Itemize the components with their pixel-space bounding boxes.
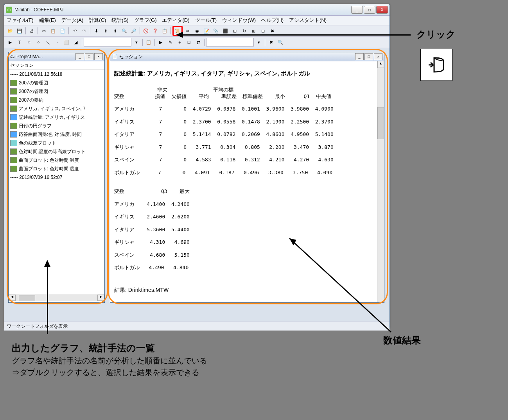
sort-icon[interactable]: ⬆ <box>111 27 119 35</box>
circle-icon[interactable]: ○ <box>25 38 33 46</box>
point-icon[interactable]: · <box>53 38 61 46</box>
select-icon[interactable]: ▶ <box>156 38 165 46</box>
pm-item[interactable]: 2007の要約 <box>9 96 104 104</box>
session-vscrollbar[interactable]: ▲ <box>377 61 384 302</box>
cut-icon[interactable]: ✂ <box>39 27 48 35</box>
pm-item[interactable]: アメリカ, イギリス, スペイン, 7 <box>9 104 104 113</box>
print-icon[interactable]: 🖨 <box>27 27 36 35</box>
chart-icon <box>10 166 17 172</box>
toolbar-icon[interactable]: ⊞ <box>249 27 258 35</box>
session-close-button[interactable]: × <box>374 53 382 60</box>
menu-graph[interactable]: グラフ(G) <box>134 17 157 24</box>
pm-item-label: 色対時間,温度の等高線プロット <box>19 148 86 155</box>
region-icon[interactable]: □ <box>185 38 193 46</box>
menu-window[interactable]: ウィンドウ(W) <box>222 17 256 24</box>
line-icon[interactable]: ＼ <box>43 38 52 46</box>
scroll-thumb[interactable] <box>19 295 35 300</box>
pm-item[interactable]: 色対時間,温度の等高線プロット <box>9 147 104 156</box>
dropdown-icon[interactable]: ▾ <box>255 38 263 46</box>
combo-box-2[interactable] <box>206 38 254 46</box>
zoom-icon[interactable]: 🔍 <box>276 38 285 46</box>
find-icon[interactable]: 🔍 <box>120 27 129 35</box>
toolbar-icon[interactable]: ◉ <box>193 27 201 35</box>
toolbar-icon[interactable]: ⊞ <box>258 27 267 35</box>
menu-file[interactable]: ファイル(F) <box>7 17 34 24</box>
down-icon[interactable]: ⬇ <box>92 27 101 35</box>
combo-box-1[interactable] <box>84 38 131 46</box>
pm-item[interactable]: 記述統計量: アメリカ, イギリス <box>9 113 104 122</box>
tool-icon[interactable]: 📋 <box>144 38 153 46</box>
close-button[interactable]: X <box>376 6 388 14</box>
stat-icon <box>10 114 17 120</box>
minimize-button[interactable]: _ <box>351 6 363 14</box>
toolbar-icon[interactable]: 📝 <box>202 27 211 35</box>
pm-maximize-button[interactable]: □ <box>85 53 93 60</box>
menu-editor[interactable]: エディタ(D) <box>162 17 189 24</box>
toolbar-icon[interactable]: ⊞ <box>230 27 239 35</box>
table-row: アメリカ 4.1400 4.2400 <box>114 201 190 207</box>
menu-help[interactable]: ヘルプ(H) <box>261 17 284 24</box>
open-icon[interactable]: 📂 <box>6 27 14 35</box>
up-icon[interactable]: ⬆ <box>101 27 110 35</box>
scroll-thumb[interactable] <box>377 107 384 139</box>
scroll-left-icon[interactable]: ◀ <box>9 295 16 301</box>
toolbar-icon[interactable]: ✖ <box>268 27 276 35</box>
pm-item-label: 2007の管理図 <box>19 88 48 95</box>
session-maximize-button[interactable]: □ <box>364 53 373 60</box>
pm-item-label: ----- 2011/06/01 12:56:18 <box>10 71 62 77</box>
paste-icon[interactable]: 📄 <box>58 27 67 35</box>
pm-item[interactable]: 曲面プロット: 色対時間,温度 <box>9 156 104 164</box>
pm-item[interactable]: 2007の管理図 <box>9 79 104 87</box>
pm-minimize-button[interactable]: _ <box>75 53 84 60</box>
maximize-button[interactable]: □ <box>364 6 375 14</box>
crosshair-icon[interactable]: ＋ <box>175 38 184 46</box>
pm-item[interactable]: ----- 2013/07/09 16:52:07 <box>9 173 104 182</box>
arrow-icon[interactable]: ▶ <box>6 38 14 46</box>
menu-tools[interactable]: ツール(T) <box>195 17 217 24</box>
scroll-right-icon[interactable]: ▶ <box>97 295 104 301</box>
pm-item[interactable]: 曲面プロット: 色対時間,温度 <box>9 164 104 173</box>
findnext-icon[interactable]: 🔎 <box>129 27 138 35</box>
swap-icon[interactable]: ⇄ <box>194 38 203 46</box>
chart-icon <box>10 88 17 95</box>
menu-assistant[interactable]: アシスタント(N) <box>289 17 327 24</box>
undo-icon[interactable]: ↶ <box>70 27 79 35</box>
dropdown-icon[interactable]: ▾ <box>132 38 141 46</box>
pm-item[interactable]: 2007の管理図 <box>9 87 104 96</box>
brush-icon[interactable]: ✎ <box>166 38 174 46</box>
chart-icon <box>10 148 17 155</box>
scroll-up-icon[interactable]: ▲ <box>377 61 384 68</box>
annotation-arrow-vertical <box>47 266 48 334</box>
table-row: ギリシャ 4.310 4.690 <box>114 239 190 245</box>
pm-item[interactable]: 日付の円グラフ <box>9 122 104 130</box>
menu-calc[interactable]: 計算(C) <box>89 17 106 24</box>
polygon-icon[interactable]: ◢ <box>72 38 80 46</box>
menu-edit[interactable]: 編集(E) <box>39 17 56 24</box>
toolbar-icon[interactable]: ↻ <box>240 27 248 35</box>
table-row: ポルトガル 7 0 4.091 0.187 0.496 3.380 3.750 … <box>114 170 332 175</box>
cancel-icon[interactable]: 🚫 <box>142 27 150 35</box>
pm-item[interactable]: 応答曲面回帰:色 対 温度, 時間 <box>9 130 104 139</box>
session-minimize-button[interactable]: _ <box>355 53 364 60</box>
ellipse-icon[interactable]: ○ <box>34 38 43 46</box>
toolbar-icon[interactable]: 📎 <box>212 27 220 35</box>
menu-stat[interactable]: 統計(S) <box>111 17 128 24</box>
redo-icon[interactable]: ↷ <box>80 27 88 35</box>
pm-item[interactable]: 色の残差プロット <box>9 139 104 147</box>
pm-item[interactable]: ----- 2011/06/01 12:56:18 <box>9 70 104 79</box>
pm-session-heading: セッション <box>9 61 104 70</box>
copy-icon[interactable]: 📋 <box>49 27 57 35</box>
menu-data[interactable]: データ(A) <box>61 17 83 24</box>
delete-icon[interactable]: ✖ <box>267 38 275 46</box>
toolbar-icon[interactable]: ⇨ <box>183 27 192 35</box>
session-body[interactable]: 記述統計量: アメリカ, イギリス, イタリア, ギリシャ, スペイン, ポルト… <box>110 61 384 298</box>
save-icon[interactable]: 💾 <box>15 27 24 35</box>
clipboard-icon[interactable]: 📋 <box>160 27 169 35</box>
pm-close-button[interactable]: × <box>94 53 103 60</box>
help-icon[interactable]: ❓ <box>151 27 160 35</box>
folder-icon: 🗂 <box>10 54 15 59</box>
toolbar-icon[interactable]: ⬛ <box>221 27 230 35</box>
pm-hscrollbar[interactable]: ◀ ▶ <box>9 294 104 301</box>
rect-icon[interactable]: ⬜ <box>62 38 71 46</box>
text-icon[interactable]: T <box>15 38 24 46</box>
